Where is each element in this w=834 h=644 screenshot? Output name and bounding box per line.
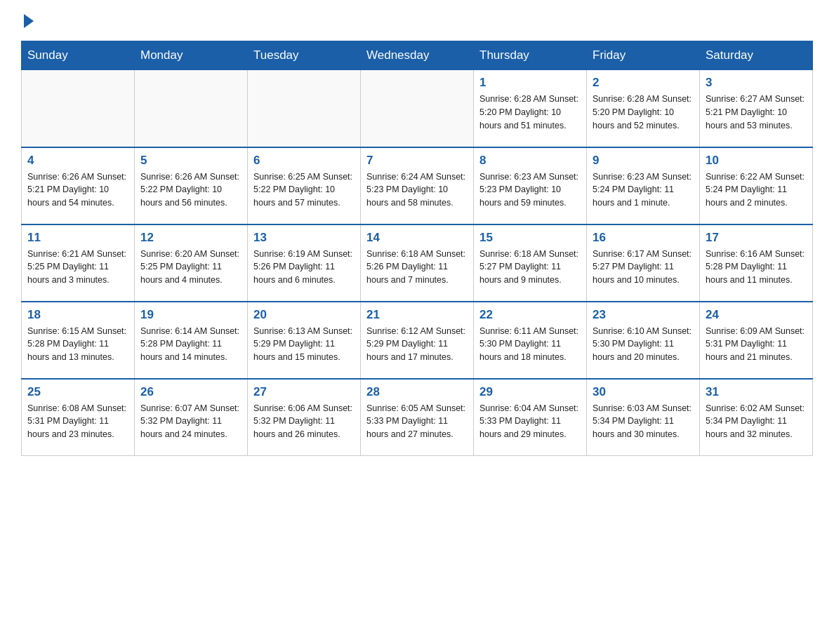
day-number: 1 xyxy=(479,76,581,90)
day-info: Sunrise: 6:26 AM Sunset: 5:22 PM Dayligh… xyxy=(140,170,241,210)
calendar-cell: 17Sunrise: 6:16 AM Sunset: 5:28 PM Dayli… xyxy=(700,224,813,302)
day-info: Sunrise: 6:08 AM Sunset: 5:31 PM Dayligh… xyxy=(27,402,128,441)
day-info: Sunrise: 6:05 AM Sunset: 5:33 PM Dayligh… xyxy=(366,402,468,441)
day-number: 9 xyxy=(593,154,694,168)
calendar-cell: 14Sunrise: 6:18 AM Sunset: 5:26 PM Dayli… xyxy=(361,224,474,302)
calendar-cell xyxy=(361,70,474,147)
day-info: Sunrise: 6:28 AM Sunset: 5:20 PM Dayligh… xyxy=(593,93,694,132)
day-info: Sunrise: 6:06 AM Sunset: 5:32 PM Dayligh… xyxy=(253,402,355,441)
day-number: 23 xyxy=(593,308,694,322)
day-info: Sunrise: 6:16 AM Sunset: 5:28 PM Dayligh… xyxy=(706,248,807,287)
day-number: 20 xyxy=(253,308,355,322)
calendar-week-row: 1Sunrise: 6:28 AM Sunset: 5:20 PM Daylig… xyxy=(22,70,813,147)
day-number: 22 xyxy=(479,308,581,322)
day-number: 28 xyxy=(366,385,468,399)
day-info: Sunrise: 6:23 AM Sunset: 5:23 PM Dayligh… xyxy=(479,170,581,210)
calendar-cell: 13Sunrise: 6:19 AM Sunset: 5:26 PM Dayli… xyxy=(248,224,361,302)
calendar-cell: 6Sunrise: 6:25 AM Sunset: 5:22 PM Daylig… xyxy=(248,147,361,224)
calendar-cell xyxy=(135,70,248,147)
day-number: 29 xyxy=(479,385,581,399)
day-number: 18 xyxy=(27,308,128,322)
day-number: 17 xyxy=(706,231,807,245)
day-number: 21 xyxy=(366,308,468,322)
calendar-cell: 16Sunrise: 6:17 AM Sunset: 5:27 PM Dayli… xyxy=(587,224,700,302)
day-number: 12 xyxy=(140,231,241,245)
day-number: 7 xyxy=(366,154,468,168)
calendar-cell: 23Sunrise: 6:10 AM Sunset: 5:30 PM Dayli… xyxy=(587,302,700,379)
day-number: 6 xyxy=(253,154,355,168)
day-number: 14 xyxy=(366,231,468,245)
day-info: Sunrise: 6:19 AM Sunset: 5:26 PM Dayligh… xyxy=(253,248,355,287)
calendar-cell: 25Sunrise: 6:08 AM Sunset: 5:31 PM Dayli… xyxy=(22,379,135,456)
calendar-week-row: 11Sunrise: 6:21 AM Sunset: 5:25 PM Dayli… xyxy=(22,224,813,302)
calendar-week-row: 18Sunrise: 6:15 AM Sunset: 5:28 PM Dayli… xyxy=(22,302,813,379)
day-number: 26 xyxy=(140,385,241,399)
calendar-cell: 3Sunrise: 6:27 AM Sunset: 5:21 PM Daylig… xyxy=(700,70,813,147)
day-info: Sunrise: 6:15 AM Sunset: 5:28 PM Dayligh… xyxy=(27,325,128,364)
day-number: 2 xyxy=(593,76,694,90)
day-number: 25 xyxy=(27,385,128,399)
day-info: Sunrise: 6:18 AM Sunset: 5:27 PM Dayligh… xyxy=(479,248,581,287)
calendar-cell: 8Sunrise: 6:23 AM Sunset: 5:23 PM Daylig… xyxy=(474,147,587,224)
day-number: 31 xyxy=(706,385,807,399)
day-info: Sunrise: 6:09 AM Sunset: 5:31 PM Dayligh… xyxy=(706,325,807,364)
calendar-cell: 12Sunrise: 6:20 AM Sunset: 5:25 PM Dayli… xyxy=(135,224,248,302)
day-number: 16 xyxy=(593,231,694,245)
calendar-cell xyxy=(248,70,361,147)
weekday-header-tuesday: Tuesday xyxy=(248,41,361,70)
day-info: Sunrise: 6:11 AM Sunset: 5:30 PM Dayligh… xyxy=(479,325,581,364)
day-number: 30 xyxy=(593,385,694,399)
day-number: 15 xyxy=(479,231,581,245)
calendar-cell: 21Sunrise: 6:12 AM Sunset: 5:29 PM Dayli… xyxy=(361,302,474,379)
day-info: Sunrise: 6:23 AM Sunset: 5:24 PM Dayligh… xyxy=(593,170,694,210)
weekday-header-wednesday: Wednesday xyxy=(361,41,474,70)
day-info: Sunrise: 6:04 AM Sunset: 5:33 PM Dayligh… xyxy=(479,402,581,441)
calendar-week-row: 4Sunrise: 6:26 AM Sunset: 5:21 PM Daylig… xyxy=(22,147,813,224)
day-number: 27 xyxy=(253,385,355,399)
calendar-cell: 7Sunrise: 6:24 AM Sunset: 5:23 PM Daylig… xyxy=(361,147,474,224)
day-info: Sunrise: 6:27 AM Sunset: 5:21 PM Dayligh… xyxy=(706,93,807,132)
day-info: Sunrise: 6:26 AM Sunset: 5:21 PM Dayligh… xyxy=(27,170,128,210)
logo-arrow-icon xyxy=(24,14,34,28)
day-number: 10 xyxy=(706,154,807,168)
day-info: Sunrise: 6:28 AM Sunset: 5:20 PM Dayligh… xyxy=(479,93,581,132)
calendar-week-row: 25Sunrise: 6:08 AM Sunset: 5:31 PM Dayli… xyxy=(22,379,813,456)
day-info: Sunrise: 6:21 AM Sunset: 5:25 PM Dayligh… xyxy=(27,248,128,287)
day-number: 5 xyxy=(140,154,241,168)
calendar-cell: 10Sunrise: 6:22 AM Sunset: 5:24 PM Dayli… xyxy=(700,147,813,224)
day-info: Sunrise: 6:03 AM Sunset: 5:34 PM Dayligh… xyxy=(593,402,694,441)
day-number: 3 xyxy=(706,76,807,90)
day-info: Sunrise: 6:22 AM Sunset: 5:24 PM Dayligh… xyxy=(706,170,807,210)
day-number: 24 xyxy=(706,308,807,322)
calendar-cell: 19Sunrise: 6:14 AM Sunset: 5:28 PM Dayli… xyxy=(135,302,248,379)
day-info: Sunrise: 6:13 AM Sunset: 5:29 PM Dayligh… xyxy=(253,325,355,364)
day-info: Sunrise: 6:25 AM Sunset: 5:22 PM Dayligh… xyxy=(253,170,355,210)
day-number: 8 xyxy=(479,154,581,168)
calendar-cell: 4Sunrise: 6:26 AM Sunset: 5:21 PM Daylig… xyxy=(22,147,135,224)
calendar-cell: 1Sunrise: 6:28 AM Sunset: 5:20 PM Daylig… xyxy=(474,70,587,147)
logo xyxy=(21,14,35,28)
calendar-cell xyxy=(22,70,135,147)
day-number: 13 xyxy=(253,231,355,245)
calendar-cell: 24Sunrise: 6:09 AM Sunset: 5:31 PM Dayli… xyxy=(700,302,813,379)
day-info: Sunrise: 6:20 AM Sunset: 5:25 PM Dayligh… xyxy=(140,248,241,287)
weekday-header-monday: Monday xyxy=(135,41,248,70)
weekday-header-sunday: Sunday xyxy=(22,41,135,70)
calendar-cell: 29Sunrise: 6:04 AM Sunset: 5:33 PM Dayli… xyxy=(474,379,587,456)
calendar-cell: 5Sunrise: 6:26 AM Sunset: 5:22 PM Daylig… xyxy=(135,147,248,224)
calendar-cell: 22Sunrise: 6:11 AM Sunset: 5:30 PM Dayli… xyxy=(474,302,587,379)
weekday-header-thursday: Thursday xyxy=(474,41,587,70)
calendar-cell: 30Sunrise: 6:03 AM Sunset: 5:34 PM Dayli… xyxy=(587,379,700,456)
day-info: Sunrise: 6:17 AM Sunset: 5:27 PM Dayligh… xyxy=(593,248,694,287)
calendar-cell: 31Sunrise: 6:02 AM Sunset: 5:34 PM Dayli… xyxy=(700,379,813,456)
day-info: Sunrise: 6:10 AM Sunset: 5:30 PM Dayligh… xyxy=(593,325,694,364)
day-info: Sunrise: 6:24 AM Sunset: 5:23 PM Dayligh… xyxy=(366,170,468,210)
calendar-cell: 18Sunrise: 6:15 AM Sunset: 5:28 PM Dayli… xyxy=(22,302,135,379)
calendar-cell: 11Sunrise: 6:21 AM Sunset: 5:25 PM Dayli… xyxy=(22,224,135,302)
calendar-cell: 28Sunrise: 6:05 AM Sunset: 5:33 PM Dayli… xyxy=(361,379,474,456)
calendar-cell: 27Sunrise: 6:06 AM Sunset: 5:32 PM Dayli… xyxy=(248,379,361,456)
calendar-cell: 2Sunrise: 6:28 AM Sunset: 5:20 PM Daylig… xyxy=(587,70,700,147)
weekday-header-row: SundayMondayTuesdayWednesdayThursdayFrid… xyxy=(22,41,813,70)
calendar-cell: 9Sunrise: 6:23 AM Sunset: 5:24 PM Daylig… xyxy=(587,147,700,224)
day-info: Sunrise: 6:18 AM Sunset: 5:26 PM Dayligh… xyxy=(366,248,468,287)
